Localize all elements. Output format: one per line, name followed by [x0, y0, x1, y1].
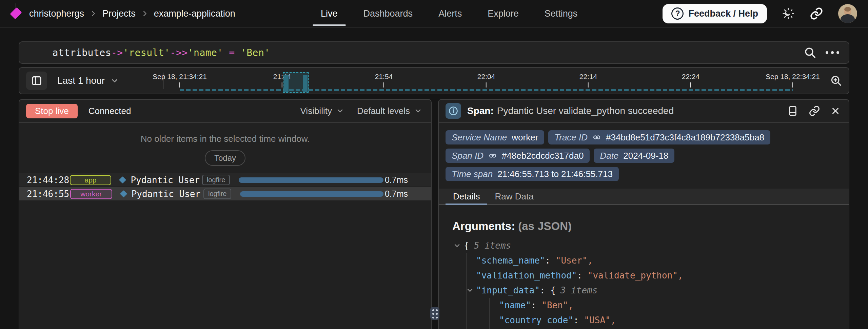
- link-icon: [810, 7, 823, 20]
- default-levels-dropdown[interactable]: Default levels: [357, 106, 422, 116]
- trace-id-badge[interactable]: Trace ID #34bd8e51d73c3f4c8a189b72338a5b…: [548, 130, 770, 144]
- panel-resize-handle[interactable]: [430, 307, 439, 320]
- arguments-heading: Arguments: (as JSON): [452, 220, 849, 233]
- json-key: "name": [499, 300, 531, 310]
- tick-label: 22:24: [682, 73, 700, 81]
- timeline-histogram-baseline[interactable]: [180, 89, 793, 91]
- json-colon: :: [573, 315, 584, 325]
- logo-diamond-icon: [10, 7, 22, 19]
- collapse-chevron-icon[interactable]: [453, 241, 461, 250]
- json-value: "USA": [584, 315, 610, 325]
- meta-label: Time span: [452, 169, 493, 179]
- span-id-badge[interactable]: Span ID #48eb2cdcdc317da0: [446, 149, 590, 163]
- zoom-in-button[interactable]: [830, 74, 843, 87]
- split-view-icon[interactable]: [787, 105, 798, 117]
- sidebar-toggle-button[interactable]: [26, 72, 47, 90]
- permalink-icon[interactable]: [809, 105, 820, 117]
- feedback-help-button[interactable]: ? Feedback / Help: [663, 4, 767, 23]
- query-token: 'result': [123, 47, 170, 58]
- json-key: "validation_method": [476, 270, 577, 280]
- live-view-panel: Stop live Connected Visibility Default l…: [19, 99, 432, 329]
- json-value: "validate_python": [588, 270, 678, 280]
- tab-explore[interactable]: Explore: [475, 0, 532, 27]
- duration-bar: [240, 191, 383, 197]
- tab-settings[interactable]: Settings: [532, 0, 591, 27]
- time-range-selector[interactable]: Last 1 hour: [57, 75, 119, 86]
- json-line: "country_code": "USA",: [499, 313, 849, 328]
- chevron-down-icon: [110, 76, 119, 85]
- tick-mark: [588, 82, 589, 88]
- timeline-tick: 22:24: [682, 73, 700, 88]
- arguments-subtitle: (as JSON): [518, 220, 572, 232]
- environment-tag-label: app: [85, 176, 97, 184]
- query-token: 'Ben': [241, 47, 270, 58]
- tick-mark: [690, 82, 691, 88]
- tick-label: 22:04: [477, 73, 495, 81]
- details-content: Arguments: (as JSON) { 5 items "schema_n…: [439, 205, 849, 329]
- timeline-selection[interactable]: [283, 72, 309, 93]
- json-line: "validation_method": "validate_python",: [476, 268, 849, 283]
- query-token: 'name': [188, 47, 223, 58]
- timeline-tick: Sep 18, 22:34:21: [766, 73, 820, 88]
- json-comma: ,: [568, 300, 574, 310]
- json-tree: { 5 items "schema_name": "User", "valida…: [452, 238, 849, 329]
- breadcrumb-project[interactable]: example-application: [154, 8, 235, 19]
- tab-live[interactable]: Live: [308, 0, 351, 27]
- more-options-icon[interactable]: [826, 51, 839, 54]
- primary-nav: Live Dashboards Alerts Explore Settings: [308, 0, 590, 27]
- stop-live-button[interactable]: Stop live: [26, 104, 78, 118]
- json-items-count: 5 items: [474, 240, 511, 251]
- tab-raw-data[interactable]: Raw Data: [487, 189, 541, 204]
- duration-bar: [239, 177, 383, 183]
- today-button[interactable]: Today: [205, 150, 245, 166]
- share-link-button[interactable]: [810, 7, 823, 20]
- query-input[interactable]: attributes->'result'->>'name' = 'Ben': [19, 41, 849, 64]
- close-icon[interactable]: [830, 106, 841, 116]
- theme-toggle-button[interactable]: [782, 7, 795, 20]
- tick-label: Sep 18, 21:34:21: [153, 73, 207, 81]
- json-key: "schema_name": [476, 255, 545, 266]
- environment-tag-label: worker: [80, 190, 102, 198]
- tick-label: 21:54: [375, 73, 393, 81]
- timeline-tick: Sep 18, 21:34:21: [153, 73, 207, 88]
- tab-alerts[interactable]: Alerts: [426, 0, 475, 27]
- row-timestamp: 21:44:28: [27, 175, 70, 185]
- query-text: attributes->'result'->>'name' = 'Ben': [29, 36, 270, 70]
- meta-label: Date: [600, 151, 618, 161]
- json-value: "Ben": [541, 300, 568, 310]
- span-kind-diamond-icon: [119, 176, 126, 183]
- json-key: "input_data": [476, 285, 540, 295]
- collapse-chevron-icon[interactable]: [466, 286, 474, 294]
- question-circle-icon: ?: [671, 7, 684, 20]
- json-line: "schema_name": "User",: [476, 253, 849, 268]
- time-range-bar: Last 1 hour Sep 18, 21:34:21 21:44 21:54…: [19, 67, 849, 94]
- split-panel-icon: [31, 75, 42, 86]
- logfire-logo-icon[interactable]: [10, 3, 22, 24]
- live-panel-header: Stop live Connected Visibility Default l…: [19, 100, 431, 123]
- visibility-label: Visibility: [300, 106, 332, 116]
- search-icon[interactable]: [803, 46, 817, 59]
- histogram-bar: [284, 75, 289, 92]
- span-row[interactable]: 21:44:28 app Pydantic User logfire 0.7ms: [19, 173, 431, 187]
- tab-dashboards[interactable]: Dashboards: [351, 0, 426, 27]
- scope-badge: logfire: [203, 189, 231, 199]
- link-icon: [488, 151, 497, 160]
- tab-details[interactable]: Details: [446, 189, 487, 204]
- breadcrumb-org[interactable]: christophergs: [29, 8, 84, 19]
- connection-status: Connected: [88, 106, 131, 116]
- json-value: "User": [556, 255, 588, 266]
- user-avatar[interactable]: [838, 4, 857, 23]
- span-row-selected[interactable]: 21:46:55 worker Pydantic User logfire 0.…: [19, 187, 431, 201]
- chevron-down-icon: [336, 107, 344, 115]
- scope-badge: logfire: [202, 175, 230, 185]
- visibility-dropdown[interactable]: Visibility: [300, 106, 344, 116]
- json-comma: ,: [588, 255, 593, 266]
- meta-value: 2024-09-18: [623, 151, 668, 161]
- detail-panel-header: Span:Pydantic User validate_python succe…: [439, 100, 849, 123]
- link-icon: [592, 133, 601, 142]
- json-line: "dob": "2000-02-02",: [499, 328, 849, 329]
- span-list: 21:44:28 app Pydantic User logfire 0.7ms…: [19, 173, 431, 201]
- default-levels-label: Default levels: [357, 106, 410, 116]
- breadcrumb-projects[interactable]: Projects: [102, 8, 136, 19]
- time-span-badge: Time span 21:46:55.713 to 21:46:55.713: [446, 167, 619, 181]
